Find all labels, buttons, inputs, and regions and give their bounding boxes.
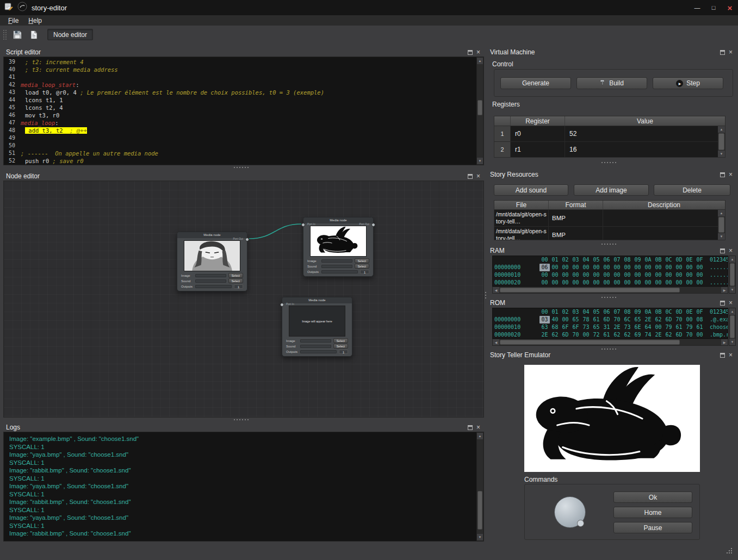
close-panel-icon[interactable]: × [729,248,733,253]
export-document-button[interactable] [27,28,41,42]
hex-byte[interactable]: 31 [601,323,612,331]
hex-data-row[interactable]: 0000000006000000000000000000000000000000… [494,264,728,271]
resource-file-cell[interactable]: /mnt/data/git/open-story-tell… [494,210,549,226]
float-panel-icon[interactable] [720,50,725,55]
node-canvas[interactable]: Media nodeImageSelectSoundSelectOutputs1… [3,181,484,418]
vm-titlebar[interactable]: Virtual Machine × [487,48,736,57]
logs-body[interactable]: Image: "example.bmp" , Sound: "choose1.s… [3,432,484,542]
splitter-rom-emulator[interactable] [601,349,617,350]
resource-description-cell[interactable] [603,210,725,226]
rom-hscrollbar[interactable]: ◀ ▶ [492,339,728,346]
hex-byte[interactable]: 40 [550,316,560,323]
hex-byte[interactable]: 00 [560,279,570,287]
float-panel-icon[interactable] [468,50,473,55]
rom-titlebar[interactable]: ROM × [487,298,736,307]
hex-byte[interactable]: 06 [539,264,550,271]
hex-byte[interactable]: 61 [694,323,705,331]
scroll-down-icon[interactable]: ▼ [729,287,735,293]
hex-byte[interactable]: 00 [643,279,653,287]
select-button[interactable]: Select [355,264,369,269]
resource-format-cell[interactable]: BMP [549,227,603,240]
select-button[interactable]: Select [333,344,348,349]
script-editor-body[interactable]: 39; t2: increment 440; t3: current media… [3,57,484,165]
hex-byte[interactable]: 00 [601,271,612,279]
port-out[interactable] [371,223,375,227]
close-button[interactable]: × [722,0,738,15]
hex-byte[interactable]: 00 [612,279,622,287]
hex-byte[interactable]: 00 [643,271,653,279]
splitter-script-node[interactable] [234,167,249,169]
hex-byte[interactable]: 65 [632,316,643,323]
hex-byte[interactable]: 61 [591,316,601,323]
hex-byte[interactable]: 79 [684,323,694,331]
step-button[interactable]: ▶ Step [653,77,723,89]
hex-byte[interactable]: 00 [694,279,705,287]
scroll-thumb[interactable] [730,263,735,286]
close-panel-icon[interactable]: × [729,172,733,177]
node-editor-toggle-button[interactable]: Node editor [47,29,93,40]
scroll-thumb[interactable] [718,133,724,150]
registers-col-value[interactable]: Value [565,116,725,126]
resource-format-cell[interactable]: BMP [549,210,603,226]
scroll-thumb[interactable] [477,100,482,115]
node-connection[interactable] [249,224,301,239]
hex-byte[interactable]: 00 [612,271,622,279]
scroll-right-icon[interactable]: ▶ [721,339,728,345]
hex-byte[interactable]: 62 [663,331,674,339]
hex-byte[interactable]: 79 [663,323,674,331]
resources-col-format[interactable]: Format [549,201,603,209]
hex-byte[interactable]: 72 [591,331,601,339]
hex-byte[interactable]: 70 [684,331,694,339]
hex-byte[interactable]: 6E [632,323,643,331]
hex-data-row[interactable]: 000000202E626D70007261626269742E626D7000… [494,331,728,339]
hex-data-row[interactable]: 0000002000000000000000000000000000000000… [494,279,728,287]
hex-byte[interactable]: 00 [684,316,694,323]
hex-byte[interactable]: 00 [601,279,612,287]
hex-byte[interactable]: 00 [581,279,591,287]
hex-byte[interactable]: 00 [632,279,643,287]
registers-table[interactable]: Register Value 1r0522r116 ▲ ▼ [494,116,725,158]
hex-byte[interactable]: 64 [643,323,653,331]
scroll-thumb[interactable] [500,288,680,293]
scroll-down-icon[interactable]: ▼ [477,158,483,164]
window-resize-grip[interactable] [727,548,734,556]
add-sound-button[interactable]: Add sound [494,184,568,196]
hex-byte[interactable]: 00 [684,271,694,279]
register-name-cell[interactable]: r0 [511,126,565,141]
hex-byte[interactable]: 00 [550,264,560,271]
hex-byte[interactable]: 6C [622,316,632,323]
delete-button[interactable]: Delete [654,184,730,196]
select-button[interactable]: Select [333,338,348,343]
hex-byte[interactable]: 00 [663,271,674,279]
scroll-thumb[interactable] [477,491,482,530]
hex-byte[interactable]: 00 [539,271,550,279]
hex-byte[interactable]: 73 [581,323,591,331]
resource-description-cell[interactable] [603,227,725,240]
hex-byte[interactable]: 00 [674,279,684,287]
hex-byte[interactable]: 00 [591,279,601,287]
hex-byte[interactable]: 00 [581,264,591,271]
scroll-up-icon[interactable]: ▲ [718,126,725,133]
script-scrollbar[interactable]: ▲ ▼ [476,57,483,165]
float-panel-icon[interactable] [720,301,725,306]
close-panel-icon[interactable]: × [729,50,733,55]
scroll-down-icon[interactable]: ▼ [718,233,725,240]
scroll-left-icon[interactable]: ◀ [493,287,499,293]
select-button[interactable]: Select [228,278,243,283]
register-row[interactable]: 2r116 [494,142,725,158]
menu-item-file[interactable]: File [3,15,23,26]
hex-byte[interactable]: 00 [591,264,601,271]
port-in[interactable] [301,223,305,227]
hex-byte[interactable]: 62 [622,331,632,339]
hex-byte[interactable]: 00 [581,271,591,279]
hex-byte[interactable]: 62 [550,331,560,339]
hex-byte[interactable]: 2E [539,331,550,339]
close-panel-icon[interactable]: × [729,353,733,358]
scroll-up-icon[interactable]: ▲ [729,308,735,315]
resources-table[interactable]: File Format Description /mnt/data/git/op… [494,200,725,240]
hex-data-row[interactable]: 000000000340006578616D706C652E626D700008… [494,316,728,323]
hex-byte[interactable]: 00 [653,264,663,271]
float-panel-icon[interactable] [468,425,473,430]
hex-byte[interactable]: 74 [643,331,653,339]
scroll-thumb[interactable] [718,217,724,233]
